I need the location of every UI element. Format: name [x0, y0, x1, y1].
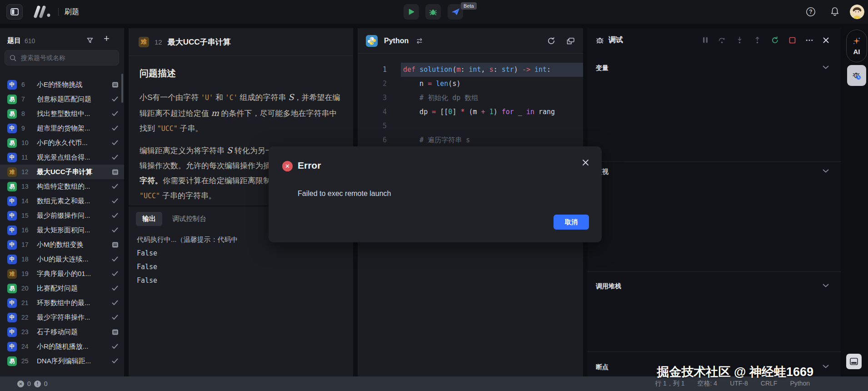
- difficulty-badge: 中: [7, 342, 17, 351]
- paper-plane-icon: [451, 8, 460, 16]
- stop-icon[interactable]: [789, 37, 796, 44]
- difficulty-badge: 中: [7, 327, 17, 337]
- step-out-icon[interactable]: [753, 36, 761, 44]
- search-input[interactable]: [20, 54, 106, 62]
- errors-icon[interactable]: ✕: [17, 381, 24, 387]
- difficulty-badge: 中: [7, 80, 17, 90]
- check-icon: [111, 125, 119, 131]
- check-icon: [111, 271, 119, 276]
- restart-icon[interactable]: [771, 36, 779, 44]
- step-into-icon[interactable]: [736, 36, 743, 44]
- problem-row-11[interactable]: 中11观光景点组合得...: [0, 150, 124, 165]
- section-call-stack[interactable]: 调用堆栈: [588, 271, 841, 351]
- add-problem-button[interactable]: +: [104, 33, 110, 45]
- code-area[interactable]: 1def solution(m: int, s: str) -> int:2 n…: [358, 63, 583, 147]
- error-modal: ✕ Error Failed to exec remote launch 取消: [269, 146, 602, 242]
- chevron-down-icon[interactable]: [823, 284, 829, 287]
- problem-row-24[interactable]: 中24小R的随机播放...: [0, 339, 124, 354]
- chevron-down-icon[interactable]: [823, 365, 829, 368]
- problem-row-17[interactable]: 中17小M的数组变换: [0, 237, 124, 252]
- statusbar-item[interactable]: 行 1，列 1: [655, 380, 684, 388]
- run-button[interactable]: [404, 4, 419, 20]
- app-logo-icon[interactable]: [32, 5, 53, 18]
- problem-row-6[interactable]: 中6小E的怪物挑战: [0, 77, 124, 92]
- problem-title: 环形数组中的最...: [37, 299, 107, 307]
- section-variables[interactable]: 变量: [588, 52, 841, 161]
- notifications-bell-button[interactable]: [830, 6, 840, 17]
- statusbar-item[interactable]: UTF-8: [730, 380, 748, 388]
- search-box[interactable]: [5, 50, 119, 65]
- check-icon: [111, 184, 119, 189]
- sidebar-toggle-button[interactable]: [6, 4, 23, 20]
- problem-row-7[interactable]: 易7创意标题匹配问题: [0, 92, 124, 106]
- problem-title: 数组元素之和最...: [37, 197, 107, 206]
- problem-list: 中6小E的怪物挑战易7创意标题匹配问题易8找出整型数组中...中9超市里的货物架…: [0, 77, 124, 368]
- pause-icon[interactable]: [703, 37, 708, 43]
- code-line-2[interactable]: 2 n = len(s): [358, 77, 583, 91]
- chevron-down-icon[interactable]: [823, 65, 829, 69]
- filter-button[interactable]: [86, 37, 94, 44]
- problem-row-16[interactable]: 中16最大矩形面积问...: [0, 223, 124, 237]
- user-avatar[interactable]: [850, 5, 864, 19]
- problem-row-19[interactable]: 难19字典序最小的01...: [0, 266, 124, 281]
- difficulty-badge: 易: [7, 109, 17, 119]
- tab-debug-console[interactable]: 调试控制台: [169, 212, 210, 226]
- statusbar-item[interactable]: CRLF: [761, 380, 778, 388]
- problem-row-13[interactable]: 易13构造特定数组的...: [0, 179, 124, 194]
- code-line-5[interactable]: 5: [358, 119, 583, 133]
- debug-history-button[interactable]: [847, 65, 866, 86]
- section-watch[interactable]: 监视: [588, 161, 841, 271]
- modal-title: Error: [298, 160, 321, 171]
- problem-title: 最大矩形面积问...: [37, 226, 107, 235]
- debug-run-button[interactable]: [425, 4, 441, 20]
- problem-row-20[interactable]: 易20比赛配对问题: [0, 281, 124, 296]
- chevron-down-icon[interactable]: [823, 169, 829, 173]
- problem-number: 20: [21, 285, 32, 292]
- check-icon: [111, 256, 119, 262]
- problem-row-14[interactable]: 中14数组元素之和最...: [0, 194, 124, 208]
- problem-row-9[interactable]: 中9超市里的货物架...: [0, 121, 124, 135]
- sidebar-scrollbar[interactable]: [121, 74, 123, 103]
- compare-panels-icon[interactable]: [566, 37, 575, 45]
- step-over-icon[interactable]: [718, 36, 726, 44]
- problem-number: 13: [21, 183, 32, 190]
- difficulty-badge: 易: [7, 284, 17, 293]
- difficulty-badge: 中: [7, 255, 17, 264]
- code-line-4[interactable]: 4 dp = [[0] * (m + 1) for _ in rang: [358, 105, 583, 119]
- problem-row-8[interactable]: 易8找出整型数组中...: [0, 106, 124, 121]
- problem-number: 17: [21, 241, 32, 248]
- cancel-button[interactable]: 取消: [554, 215, 589, 230]
- problem-row-15[interactable]: 中15最少前缀操作问...: [0, 208, 124, 223]
- problem-row-12[interactable]: 难12最大UCC子串计算: [0, 165, 124, 179]
- code-line-1[interactable]: 1def solution(m: int, s: str) -> int:: [358, 63, 583, 77]
- help-button[interactable]: ?: [806, 7, 816, 17]
- problem-row-21[interactable]: 中21环形数组中的最...: [0, 296, 124, 310]
- problem-row-10[interactable]: 易10小F的永久代币...: [0, 135, 124, 150]
- check-icon: [111, 198, 119, 204]
- note-icon: [111, 169, 119, 175]
- reset-code-icon[interactable]: [547, 37, 555, 45]
- problem-row-25[interactable]: 易25DNA序列编辑距...: [0, 354, 124, 368]
- problem-row-23[interactable]: 中23石子移动问题: [0, 325, 124, 339]
- modal-close-icon[interactable]: [582, 159, 589, 166]
- nav-practice-label[interactable]: 刷题: [65, 7, 79, 17]
- more-options-icon[interactable]: [806, 39, 813, 41]
- line-number: 5: [358, 119, 387, 133]
- line-number: 3: [358, 91, 387, 105]
- warnings-icon[interactable]: !: [34, 381, 41, 387]
- code-line-6[interactable]: 6 # 遍历字符串 s: [358, 133, 583, 147]
- switch-language-icon[interactable]: [416, 38, 423, 44]
- tab-output[interactable]: 输出: [136, 212, 162, 226]
- check-icon: [111, 315, 119, 320]
- statusbar-item[interactable]: Python: [790, 380, 810, 388]
- line-number: 4: [358, 105, 387, 119]
- modal-message: Failed to exec remote launch: [298, 190, 391, 198]
- statusbar-item[interactable]: 空格: 4: [698, 380, 718, 388]
- problem-row-18[interactable]: 中18小U的最大连续...: [0, 252, 124, 266]
- problem-row-22[interactable]: 中22最少字符串操作...: [0, 310, 124, 325]
- code-line-3[interactable]: 3 # 初始化 dp 数组: [358, 91, 583, 105]
- problem-number: 10: [21, 139, 32, 146]
- close-debug-icon[interactable]: [823, 37, 829, 43]
- ai-assistant-button[interactable]: AI: [846, 30, 867, 62]
- toggle-bottom-panel-button[interactable]: [846, 354, 862, 369]
